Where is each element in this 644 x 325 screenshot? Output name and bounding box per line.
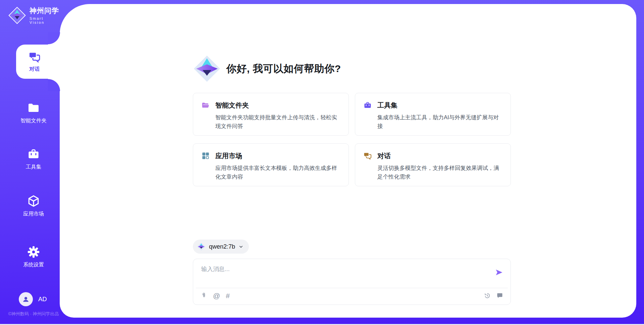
composer-divider: [196, 288, 508, 288]
card-description: 灵活切换多模型文件，支持多样回复效果调试，满足个性化需求: [377, 164, 502, 181]
message-input[interactable]: [201, 265, 490, 284]
brand-diamond-icon: [193, 55, 221, 83]
sidebar-item-smart-folder[interactable]: 智能文件夹: [4, 101, 63, 124]
card-title: 应用市场: [215, 151, 340, 160]
sidebar-item-app-market[interactable]: 应用市场: [4, 194, 63, 217]
card-smart-folder[interactable]: 智能文件夹 智能文件夹功能支持批量文件上传与清洗，轻松实现文件问答: [193, 93, 349, 136]
tab-fillet-top: [48, 32, 60, 45]
history-icon: [484, 292, 491, 299]
sidebar-item-label: 智能文件夹: [20, 117, 47, 124]
conversation-button[interactable]: [496, 292, 503, 299]
card-description: 智能文件夹功能支持批量文件上传与清洗，轻松实现文件问答: [215, 113, 340, 130]
attach-button[interactable]: [201, 292, 207, 299]
hashtag-icon: #: [226, 292, 230, 299]
cube-icon: [27, 194, 40, 208]
briefcase-icon: [27, 147, 40, 161]
main-panel: 你好, 我可以如何帮助你? 智能文件夹 智能文件夹功能支持批量文件上传与清洗，轻…: [60, 4, 636, 318]
logo-diamond-icon: [8, 6, 26, 24]
chat-square-icon: [496, 292, 503, 299]
avatar[interactable]: [19, 292, 33, 306]
sidebar-item-label: 工具集: [26, 164, 42, 171]
copyright: ©神州数码 · 神州问学出品: [0, 311, 67, 317]
send-icon: [495, 268, 503, 277]
folder-open-icon: [201, 101, 210, 128]
card-text: 智能文件夹 智能文件夹功能支持批量文件上传与清洗，轻松实现文件问答: [215, 101, 340, 128]
card-text: 对话 灵活切换多模型文件，支持多样回复效果调试，满足个性化需求: [377, 151, 502, 179]
greeting: 你好, 我可以如何帮助你?: [193, 55, 341, 83]
sidebar-item-toolset[interactable]: 工具集: [4, 147, 63, 171]
card-chat[interactable]: 对话 灵活切换多模型文件，支持多样回复效果调试，满足个性化需求: [355, 143, 511, 186]
app-title: 神州问学: [30, 6, 60, 15]
history-button[interactable]: [484, 292, 491, 299]
sidebar-item-settings[interactable]: 系统设置: [4, 245, 63, 268]
chat-bubbles-icon: [28, 51, 41, 63]
user-icon: [21, 295, 30, 304]
mention-button[interactable]: @: [213, 292, 220, 299]
model-selector[interactable]: qwen2:7b: [193, 240, 249, 254]
user-profile[interactable]: AD: [19, 292, 47, 306]
sidebar-item-chat[interactable]: 对话: [16, 45, 60, 79]
send-button[interactable]: [494, 268, 504, 277]
sidebar-item-label: 应用市场: [23, 210, 44, 217]
at-icon: @: [213, 292, 220, 299]
card-title: 工具集: [377, 101, 502, 110]
feature-cards: 智能文件夹 智能文件夹功能支持批量文件上传与清洗，轻松实现文件问答 工具集 集成…: [193, 93, 511, 186]
card-description: 应用市场提供丰富长文本模板，助力高效生成多样化文章内容: [215, 164, 340, 181]
card-text: 工具集 集成市场上主流工具，助力AI与外界无缝扩展与对接: [377, 101, 502, 128]
model-name: qwen2:7b: [209, 243, 235, 250]
app-logo: 神州问学 Smart Vision: [8, 6, 60, 24]
composer-toolbar: @ #: [201, 292, 503, 299]
card-toolset[interactable]: 工具集 集成市场上主流工具，助力AI与外界无缝扩展与对接: [355, 93, 511, 136]
card-title: 智能文件夹: [215, 101, 340, 110]
app-subtitle: Smart Vision: [30, 16, 60, 24]
app-window: 你好, 我可以如何帮助你? 智能文件夹 智能文件夹功能支持批量文件上传与清洗，轻…: [0, 0, 644, 325]
hashtag-button[interactable]: #: [226, 292, 230, 299]
logo-text: 神州问学 Smart Vision: [30, 6, 60, 24]
chat-bubbles-icon: [363, 151, 372, 179]
sidebar-item-label: 系统设置: [23, 261, 44, 268]
tab-fillet-bottom: [48, 78, 60, 91]
folder-icon: [27, 101, 40, 115]
chevron-down-icon: [238, 244, 244, 249]
user-initials: AD: [38, 296, 47, 303]
gear-icon: [27, 245, 40, 259]
main-content: 你好, 我可以如何帮助你? 智能文件夹 智能文件夹功能支持批量文件上传与清洗，轻…: [193, 4, 511, 318]
toolbar-left: @ #: [201, 292, 230, 299]
briefcase-icon: [363, 101, 372, 128]
card-title: 对话: [377, 151, 502, 160]
model-diamond-icon: [197, 242, 206, 251]
card-app-market[interactable]: 应用市场 应用市场提供丰富长文本模板，助力高效生成多样化文章内容: [193, 143, 349, 186]
card-description: 集成市场上主流工具，助力AI与外界无缝扩展与对接: [377, 113, 502, 130]
apps-grid-icon: [201, 151, 210, 179]
paperclip-icon: [201, 292, 207, 299]
toolbar-right: [484, 292, 503, 299]
sidebar-item-label: 对话: [30, 66, 40, 73]
greeting-title: 你好, 我可以如何帮助你?: [226, 62, 341, 76]
composer: @ #: [193, 259, 511, 305]
sidebar: 神州问学 Smart Vision 对话 智能文件夹: [0, 0, 60, 325]
card-text: 应用市场 应用市场提供丰富长文本模板，助力高效生成多样化文章内容: [215, 151, 340, 179]
